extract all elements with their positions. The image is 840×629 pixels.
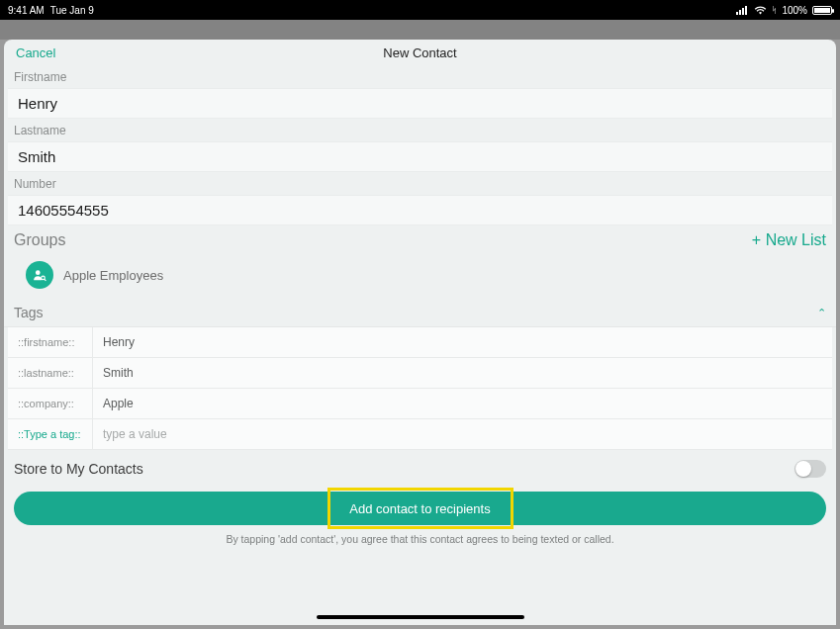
cancel-button[interactable]: Cancel bbox=[16, 45, 55, 60]
battery-percent: 100% bbox=[782, 5, 807, 16]
battery-icon bbox=[812, 6, 832, 15]
firstname-label: Firstname bbox=[4, 65, 836, 88]
group-chip-label: Apple Employees bbox=[63, 268, 163, 283]
disclaimer-text: By tapping 'add contact', you agree that… bbox=[4, 531, 836, 555]
cta-container: Add contact to recipients bbox=[4, 488, 836, 531]
modal-title: New Contact bbox=[383, 45, 456, 60]
tag-row-lastname: ::lastname:: Smith bbox=[8, 358, 832, 389]
status-bar: 9:41 AM Tue Jan 9 ᛋ 100% bbox=[0, 0, 840, 20]
lastname-input[interactable] bbox=[18, 148, 822, 165]
firstname-input[interactable] bbox=[18, 95, 822, 112]
tag-key: ::firstname:: bbox=[8, 327, 93, 357]
new-list-button[interactable]: + New List bbox=[752, 231, 826, 249]
tags-title: Tags bbox=[14, 305, 44, 320]
store-to-contacts-row: Store to My Contacts bbox=[4, 450, 836, 488]
home-indicator[interactable] bbox=[317, 615, 524, 619]
svg-line-6 bbox=[45, 279, 47, 281]
groups-title: Groups bbox=[14, 231, 65, 249]
tag-key-field[interactable] bbox=[18, 428, 86, 440]
svg-rect-2 bbox=[742, 8, 744, 15]
tag-value[interactable]: Apple bbox=[93, 389, 832, 418]
store-to-contacts-toggle[interactable] bbox=[794, 460, 826, 478]
tag-value-input[interactable] bbox=[93, 419, 832, 449]
tag-key: ::lastname:: bbox=[8, 358, 93, 388]
tag-row-firstname: ::firstname:: Henry bbox=[8, 327, 832, 358]
wifi-icon bbox=[754, 6, 767, 15]
lastname-field[interactable] bbox=[8, 141, 832, 172]
svg-point-4 bbox=[36, 270, 41, 275]
group-chip[interactable]: Apple Employees bbox=[4, 255, 836, 299]
svg-rect-1 bbox=[739, 10, 741, 15]
number-field[interactable] bbox=[8, 195, 832, 225]
add-contact-button[interactable]: Add contact to recipients bbox=[14, 492, 826, 525]
background-dim bbox=[0, 20, 840, 40]
group-avatar-icon bbox=[26, 261, 53, 289]
tag-key-input[interactable] bbox=[8, 419, 93, 449]
svg-rect-0 bbox=[736, 12, 738, 15]
modal-sheet: Cancel New Contact Firstname Lastname Nu… bbox=[4, 40, 836, 625]
tag-row-company: ::company:: Apple bbox=[8, 389, 832, 419]
status-time: 9:41 AM bbox=[8, 5, 45, 16]
store-to-contacts-label: Store to My Contacts bbox=[14, 461, 143, 477]
status-date: Tue Jan 9 bbox=[50, 5, 94, 16]
status-right: ᛋ 100% bbox=[736, 5, 832, 16]
firstname-field[interactable] bbox=[8, 88, 832, 119]
number-label: Number bbox=[4, 172, 836, 195]
svg-rect-3 bbox=[745, 6, 747, 15]
number-input[interactable] bbox=[18, 202, 822, 219]
tag-value-field[interactable] bbox=[103, 427, 822, 441]
lastname-label: Lastname bbox=[4, 119, 836, 141]
tag-value[interactable]: Henry bbox=[93, 327, 832, 357]
chevron-up-icon: ⌃ bbox=[817, 307, 826, 319]
tags-header[interactable]: Tags ⌃ bbox=[4, 299, 836, 327]
groups-header: Groups + New List bbox=[4, 225, 836, 255]
tag-value[interactable]: Smith bbox=[93, 358, 832, 388]
tag-row-new[interactable] bbox=[8, 419, 832, 450]
cellular-signal-icon bbox=[736, 6, 749, 15]
modal-nav: Cancel New Contact bbox=[4, 40, 836, 65]
location-icon: ᛋ bbox=[772, 5, 777, 15]
device-frame: 9:41 AM Tue Jan 9 ᛋ 100% Cancel New Cont… bbox=[0, 0, 840, 629]
tag-key: ::company:: bbox=[8, 389, 93, 418]
status-left: 9:41 AM Tue Jan 9 bbox=[8, 5, 94, 16]
